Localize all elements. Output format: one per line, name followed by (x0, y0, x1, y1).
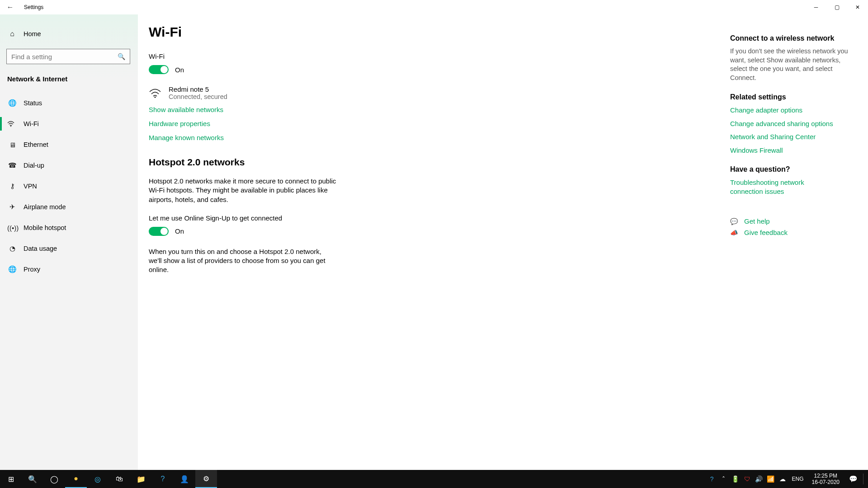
tray-clock[interactable]: 12:25 PM 16-07-2020 (807, 473, 844, 486)
link-hardware-properties[interactable]: Hardware properties (149, 120, 492, 127)
sidebar-item-vpn[interactable]: ⚷ VPN (0, 176, 138, 197)
sidebar-item-airplane[interactable]: ✈ Airplane mode (0, 197, 138, 217)
get-help-label: Get help (744, 217, 770, 225)
show-desktop-button[interactable] (863, 474, 863, 484)
taskbar-app-edge[interactable]: ◎ (87, 470, 108, 488)
related-settings-heading: Related settings (730, 93, 850, 101)
question-heading: Have a question? (730, 165, 850, 174)
back-button[interactable]: ← (0, 3, 20, 11)
link-show-available-networks[interactable]: Show available networks (149, 106, 492, 113)
home-icon: ⌂ (7, 30, 17, 38)
gear-icon: ⚙ (203, 474, 209, 483)
sidebar-item-datausage[interactable]: ◔ Data usage (0, 238, 138, 259)
sidebar: ⌂ Home 🔍 Network & Internet 🌐 Status (0, 14, 138, 470)
taskbar-app-help[interactable]: ? (152, 470, 174, 488)
taskbar-search-button[interactable]: 🔍 (22, 470, 43, 488)
notification-icon: 💬 (849, 475, 858, 483)
maximize-button[interactable]: ▢ (826, 0, 847, 14)
cortana-icon: ◯ (50, 475, 58, 483)
link-windows-firewall[interactable]: Windows Firewall (730, 146, 850, 155)
action-center-button[interactable]: 💬 (844, 475, 862, 483)
search-icon: 🔍 (118, 53, 125, 60)
wifi-toggle[interactable] (149, 65, 169, 74)
tray-language[interactable]: ENG (788, 476, 807, 482)
folder-icon: 📁 (137, 475, 146, 483)
sidebar-item-label: Airplane mode (24, 203, 66, 211)
search-field[interactable] (11, 53, 118, 61)
window-title: Settings (24, 4, 43, 10)
sidebar-item-hotspot[interactable]: ((•)) Mobile hotspot (0, 217, 138, 238)
edge-icon: ◎ (94, 475, 101, 483)
sidebar-item-label: Status (24, 99, 42, 107)
network-name: Redmi note 5 (169, 85, 227, 93)
tray-onedrive-icon[interactable]: ☁ (777, 475, 788, 483)
online-signup-description: When you turn this on and choose a Hotsp… (149, 247, 330, 275)
svg-point-0 (10, 126, 11, 127)
sidebar-item-label: VPN (24, 183, 37, 190)
toggle-knob (160, 66, 168, 73)
nav-list: 🌐 Status Wi-Fi 🖥 Ethernet ☎ Dial-up (0, 93, 138, 280)
people-icon: 👤 (180, 475, 189, 483)
status-icon: 🌐 (7, 99, 17, 107)
sidebar-item-proxy[interactable]: 🌐 Proxy (0, 259, 138, 280)
help-icon: ? (161, 475, 165, 483)
taskbar-app-chrome[interactable]: ● (65, 470, 87, 488)
toggle-knob (160, 228, 168, 235)
start-button[interactable]: ⊞ (0, 470, 22, 488)
tray-volume-icon[interactable]: 🔊 (753, 475, 765, 483)
link-change-adapter-options[interactable]: Change adapter options (730, 106, 850, 115)
taskbar-app-explorer[interactable]: 📁 (130, 470, 152, 488)
maximize-icon: ▢ (835, 4, 840, 10)
taskbar-app-people[interactable]: 👤 (174, 470, 195, 488)
windows-icon: ⊞ (8, 475, 14, 483)
get-help-link[interactable]: 💬 Get help (730, 217, 850, 225)
cortana-button[interactable]: ◯ (43, 470, 65, 488)
sidebar-item-label: Ethernet (24, 141, 48, 148)
give-feedback-link[interactable]: 📣 Give feedback (730, 229, 850, 236)
link-manage-known-networks[interactable]: Manage known networks (149, 134, 492, 141)
hotspot-icon: ((•)) (7, 224, 17, 232)
datausage-icon: ◔ (7, 244, 17, 253)
tray-battery-icon[interactable]: 🔋 (730, 475, 741, 483)
dialup-icon: ☎ (7, 161, 17, 169)
network-status: Connected, secured (169, 93, 227, 100)
tray-help-icon[interactable]: ? (706, 475, 718, 483)
sidebar-item-dialup[interactable]: ☎ Dial-up (0, 155, 138, 176)
online-signup-state: On (175, 227, 184, 235)
hotspot-description: Hotspot 2.0 networks make it more secure… (149, 177, 343, 204)
tray-mcafee-icon[interactable]: 🛡 (741, 475, 753, 483)
taskbar: ⊞ 🔍 ◯ ● ◎ 🛍 📁 ? 👤 ⚙ ? ˄ 🔋 🛡 🔊 📶 ☁ ENG 12… (0, 470, 868, 488)
sidebar-item-label: Wi-Fi (24, 120, 39, 127)
minimize-button[interactable]: ─ (806, 0, 826, 14)
sidebar-item-ethernet[interactable]: 🖥 Ethernet (0, 134, 138, 155)
home-label: Home (24, 30, 41, 38)
airplane-icon: ✈ (7, 203, 17, 211)
minimize-icon: ─ (814, 4, 818, 10)
link-network-sharing-center[interactable]: Network and Sharing Center (730, 132, 850, 141)
sidebar-item-status[interactable]: 🌐 Status (0, 93, 138, 113)
wifi-toggle-state: On (175, 66, 184, 74)
wifi-icon (7, 121, 17, 127)
online-signup-toggle[interactable] (149, 227, 169, 236)
right-pane: Connect to a wireless network If you don… (730, 24, 850, 470)
sidebar-item-wifi[interactable]: Wi-Fi (0, 113, 138, 134)
sidebar-item-label: Dial-up (24, 162, 44, 169)
link-change-advanced-sharing[interactable]: Change advanced sharing options (730, 119, 850, 128)
give-feedback-label: Give feedback (744, 229, 788, 236)
connect-heading: Connect to a wireless network (730, 34, 850, 42)
page-title: Wi-Fi (149, 24, 492, 40)
close-icon: ✕ (855, 4, 860, 10)
link-troubleshooting[interactable]: Troubleshooting network connection issue… (730, 178, 811, 196)
close-button[interactable]: ✕ (847, 0, 868, 14)
current-network[interactable]: Redmi note 5 Connected, secured (149, 85, 492, 100)
taskbar-app-store[interactable]: 🛍 (108, 470, 130, 488)
content-pane: Wi-Fi Wi-Fi On Redmi note 5 Connected, s… (149, 24, 492, 470)
tray-wifi-icon[interactable]: 📶 (765, 475, 777, 483)
search-input[interactable]: 🔍 (6, 49, 130, 64)
home-button[interactable]: ⌂ Home (0, 23, 138, 44)
tray-chevron-up-icon[interactable]: ˄ (718, 475, 730, 483)
sidebar-item-label: Data usage (24, 245, 57, 252)
online-signup-label: Let me use Online Sign-Up to get connect… (149, 214, 492, 222)
taskbar-app-settings[interactable]: ⚙ (195, 470, 217, 488)
sidebar-item-label: Mobile hotspot (24, 224, 66, 231)
